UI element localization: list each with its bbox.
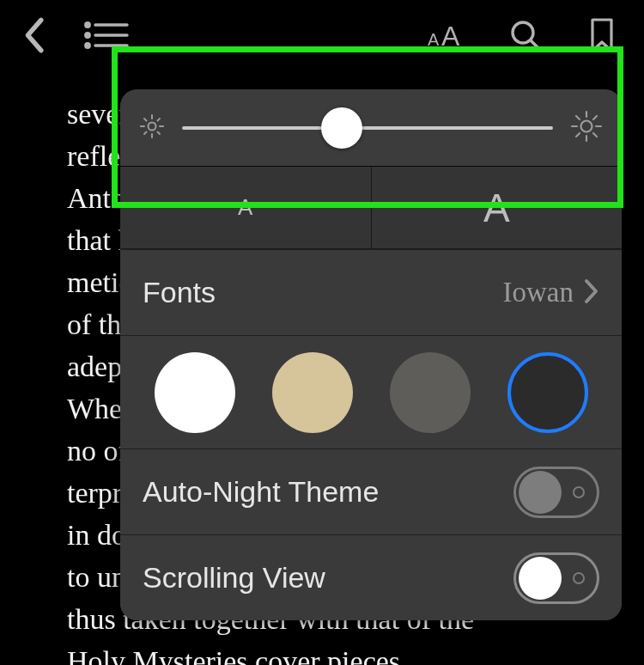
search-icon[interactable] [508, 18, 543, 52]
theme-sepia-swatch[interactable] [272, 352, 353, 433]
scrolling-view-toggle[interactable] [513, 552, 599, 604]
appearance-icon[interactable]: A A [421, 20, 462, 51]
brightness-low-icon [139, 113, 165, 143]
auto-night-toggle[interactable] [513, 467, 599, 518]
fonts-row[interactable]: Fonts Iowan [120, 249, 622, 335]
chevron-right-icon [584, 278, 599, 308]
svg-line-9 [531, 40, 539, 49]
svg-text:A: A [428, 30, 440, 49]
svg-line-15 [144, 119, 147, 121]
svg-point-0 [86, 23, 89, 27]
brightness-slider-thumb[interactable] [321, 107, 362, 149]
svg-line-26 [576, 133, 580, 137]
svg-line-18 [158, 119, 161, 121]
theme-white-swatch[interactable] [155, 352, 235, 433]
top-toolbar: A A [0, 0, 644, 70]
svg-line-24 [576, 116, 580, 119]
svg-line-25 [593, 133, 597, 137]
auto-night-label: Auto-Night Theme [143, 475, 379, 509]
scrolling-view-row: Scrolling View [120, 534, 622, 620]
fonts-row-label: Fonts [143, 276, 216, 309]
brightness-high-icon [570, 110, 603, 146]
font-size-decrease-button[interactable]: A [120, 167, 372, 248]
svg-line-16 [158, 131, 161, 134]
back-icon[interactable] [21, 16, 46, 54]
fonts-row-value: Iowan [503, 277, 574, 308]
toc-icon[interactable] [84, 21, 129, 50]
svg-point-19 [581, 120, 592, 131]
theme-swatch-row [120, 335, 622, 448]
theme-gray-swatch[interactable] [390, 352, 471, 433]
svg-point-10 [149, 122, 156, 130]
font-size-increase-button[interactable]: A [372, 167, 623, 248]
svg-text:A: A [441, 21, 460, 51]
scrolling-view-label: Scrolling View [143, 561, 325, 595]
auto-night-row: Auto-Night Theme [120, 448, 622, 534]
svg-point-4 [86, 44, 89, 47]
svg-line-17 [144, 131, 147, 134]
bookmark-icon[interactable] [589, 17, 615, 53]
theme-black-swatch[interactable] [507, 352, 588, 433]
svg-point-2 [86, 34, 89, 37]
svg-line-27 [593, 116, 597, 119]
brightness-row [120, 89, 622, 167]
brightness-slider[interactable] [182, 126, 553, 130]
font-size-row: A A [120, 167, 622, 249]
appearance-panel: A A Fonts Iowan Auto-Night Theme Scrolli… [120, 89, 622, 620]
